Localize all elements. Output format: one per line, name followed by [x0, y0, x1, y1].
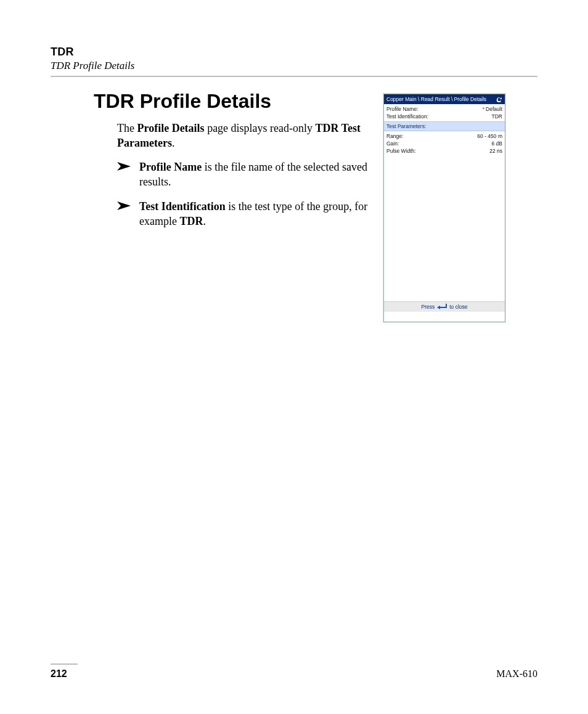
footer-rule	[51, 663, 78, 665]
device-footer: Press to close	[384, 301, 505, 312]
device-row: Range: 60 - 450 m	[386, 132, 502, 140]
device-row: Pulse Width: 22 ns	[386, 147, 502, 155]
list-item: Test Identification is the test type of …	[117, 199, 370, 229]
footer-model: MAX-610	[496, 668, 537, 680]
device-row-value: 6 dB	[492, 140, 503, 147]
text: Default	[486, 106, 502, 112]
svg-marker-0	[117, 162, 131, 171]
svg-marker-1	[117, 201, 131, 210]
device-row: Gain: 6 dB	[386, 140, 502, 147]
enter-key-icon	[437, 304, 447, 310]
device-blank-area	[386, 155, 502, 301]
device-row-value: 60 - 450 m	[477, 133, 502, 139]
device-top-rows: Profile Name: *Default Test Identificati…	[384, 104, 505, 301]
device-titlebar: Copper Main \ Read Result \ Profile Deta…	[384, 94, 505, 104]
bullet-list: Profile Name is the file name of the sel…	[117, 160, 370, 229]
bold-term: Test Identification	[139, 200, 226, 213]
list-item: Profile Name is the file name of the sel…	[117, 160, 370, 190]
text: .	[172, 137, 175, 149]
text: .	[203, 215, 206, 227]
running-header-title: TDR	[51, 46, 537, 59]
running-header: TDR TDR Profile Details	[51, 46, 537, 77]
text: Press	[421, 304, 435, 310]
device-row-label: Test Identification:	[386, 113, 428, 120]
device-row-value: TDR	[492, 113, 502, 120]
intro-paragraph: The Profile Details page displays read-o…	[117, 121, 370, 151]
page-number: 212	[51, 668, 67, 680]
device-row-value: *Default	[483, 106, 502, 112]
running-header-subtitle: TDR Profile Details	[51, 60, 537, 72]
device-row: Test Identification: TDR	[386, 113, 502, 120]
device-section-header: Test Parameters:	[384, 121, 505, 131]
bold-term: Profile Name	[139, 161, 202, 173]
sync-icon	[496, 97, 502, 102]
bold-term: TDR	[179, 215, 203, 227]
text: page displays read-only	[205, 122, 316, 134]
body-text: The Profile Details page displays read-o…	[117, 121, 370, 239]
section-heading: TDR Profile Details	[94, 90, 271, 113]
text: The	[117, 122, 137, 134]
device-tail-area	[384, 312, 505, 322]
device-row-label: Gain:	[386, 140, 399, 147]
device-row-label: Pulse Width:	[386, 148, 416, 154]
device-row-label: Range:	[386, 133, 403, 139]
device-breadcrumb: Copper Main \ Read Result \ Profile Deta…	[386, 96, 486, 102]
device-row-label: Profile Name:	[386, 106, 419, 112]
device-screenshot: Copper Main \ Read Result \ Profile Deta…	[383, 94, 505, 322]
bullet-arrow-icon	[117, 162, 131, 171]
bold-term: Profile Details	[137, 122, 204, 134]
bullet-arrow-icon	[117, 201, 131, 210]
text: to close	[449, 304, 467, 310]
device-row: Profile Name: *Default	[386, 105, 502, 113]
running-header-rule	[51, 76, 537, 77]
device-row-value: 22 ns	[489, 148, 502, 154]
asterisk-icon: *	[483, 106, 484, 112]
